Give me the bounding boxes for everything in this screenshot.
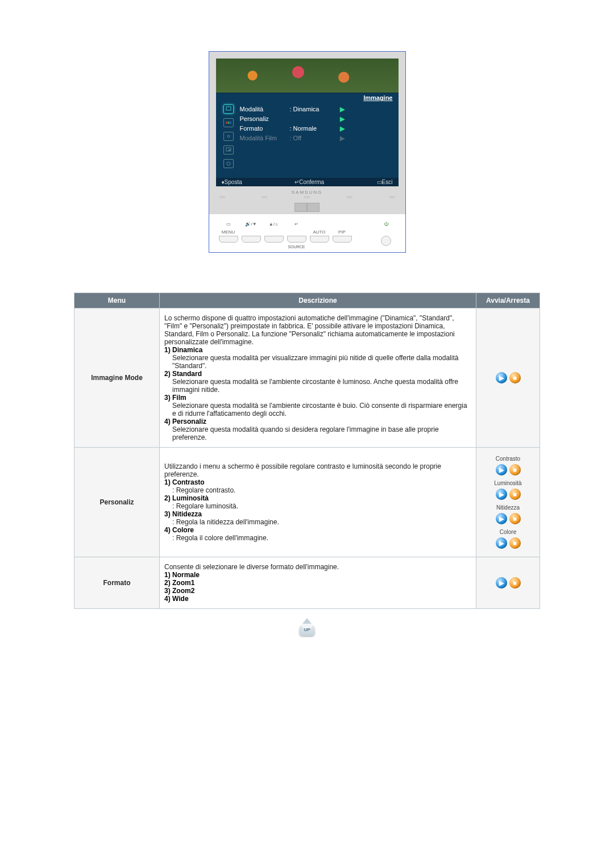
col-play: Avvia/Arresta bbox=[476, 293, 540, 308]
osd-icon-brightness bbox=[223, 132, 234, 141]
svg-rect-2 bbox=[227, 122, 229, 124]
stop-icon[interactable]: ■ bbox=[509, 464, 521, 475]
play-icon[interactable]: ▶ bbox=[496, 464, 507, 475]
svg-rect-0 bbox=[226, 107, 231, 110]
svg-rect-6 bbox=[229, 149, 230, 151]
osd-title: Immagine bbox=[216, 93, 399, 102]
osd-footer: ♦Sposta ↵Conferma ▭Esci bbox=[216, 178, 399, 186]
monitor-illustration: Immagine Modalità: Dinamica▶ Personaliz▶… bbox=[209, 51, 406, 253]
auto-button[interactable] bbox=[310, 236, 329, 243]
scroll-up-button[interactable]: UP bbox=[299, 623, 315, 636]
col-desc: Descrizione bbox=[160, 293, 476, 308]
osd-icon-picture bbox=[223, 105, 234, 114]
menu-name: Formato bbox=[74, 557, 160, 609]
osd-side-icons bbox=[221, 105, 237, 168]
action-label: Colore bbox=[481, 529, 535, 535]
vol-down-button[interactable] bbox=[242, 236, 261, 243]
svg-point-4 bbox=[227, 135, 230, 137]
menu-actions: Contrasto▶■Luminosità▶■Nitidezza▶■Colore… bbox=[476, 448, 540, 557]
menu-name: Personaliz bbox=[74, 448, 160, 557]
osd-list: Modalità: Dinamica▶ Personaliz▶ Formato:… bbox=[237, 105, 394, 168]
action-label: Luminosità bbox=[481, 480, 535, 486]
settings-table: Menu Descrizione Avvia/Arresta Immagine … bbox=[74, 293, 540, 609]
stop-icon[interactable]: ■ bbox=[509, 537, 521, 549]
stop-icon[interactable]: ■ bbox=[509, 513, 521, 524]
play-icon[interactable]: ▶ bbox=[496, 489, 507, 500]
stop-icon[interactable]: ■ bbox=[509, 577, 521, 589]
play-icon[interactable]: ▶ bbox=[496, 513, 507, 524]
menu-description: Consente di selezionare le diverse forma… bbox=[160, 557, 476, 609]
monitor-brand: SAMSUNG bbox=[216, 186, 399, 196]
osd-photo-strip bbox=[216, 59, 399, 93]
play-icon[interactable]: ▶ bbox=[496, 372, 507, 383]
stop-icon[interactable]: ■ bbox=[509, 489, 521, 500]
menu-actions: ▶■ bbox=[476, 557, 540, 609]
play-icon[interactable]: ▶ bbox=[496, 537, 507, 549]
vol-up-button[interactable] bbox=[264, 236, 284, 243]
menu-description: Lo schermo dispone di quattro impostazio… bbox=[160, 308, 476, 448]
svg-rect-1 bbox=[226, 122, 227, 124]
pip-button[interactable] bbox=[333, 236, 352, 243]
menu-button[interactable] bbox=[219, 236, 238, 243]
osd-icon-pip bbox=[223, 145, 234, 155]
menu-name: Immagine Mode bbox=[74, 308, 160, 448]
menu-actions: ▶■ bbox=[476, 308, 540, 448]
osd-icon-color bbox=[223, 118, 234, 127]
button-bar: ▭MENU 🔊/▼ ▲/☼ ↵ SOURCE AUTO PIP ⏻ bbox=[209, 214, 405, 252]
stop-icon[interactable]: ■ bbox=[509, 372, 521, 383]
play-icon[interactable]: ▶ bbox=[496, 577, 507, 589]
svg-point-7 bbox=[227, 162, 230, 165]
osd-icon-setup bbox=[223, 159, 234, 168]
power-button[interactable] bbox=[381, 236, 391, 246]
action-label: Nitidezza bbox=[481, 504, 535, 511]
svg-rect-3 bbox=[230, 122, 231, 124]
col-menu: Menu bbox=[74, 293, 160, 308]
enter-button[interactable] bbox=[287, 236, 306, 243]
action-label: Contrasto bbox=[481, 456, 535, 462]
menu-description: Utilizzando i menu a schermo è possibile… bbox=[160, 448, 476, 557]
